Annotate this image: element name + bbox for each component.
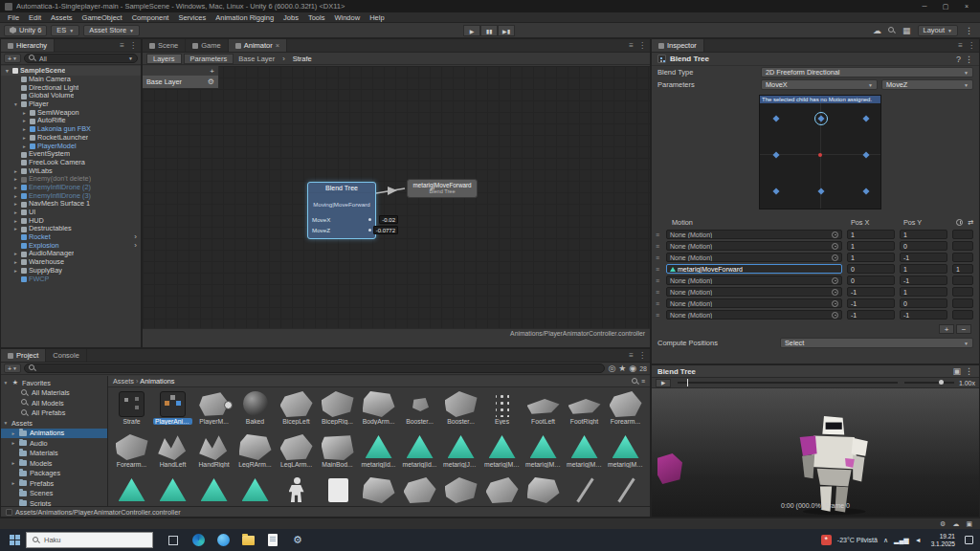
dock-icon[interactable]: ▣ — [952, 366, 961, 376]
add-layer-button[interactable]: + — [210, 67, 214, 76]
asset-item[interactable]: metarig|Mo... — [481, 432, 523, 475]
play-button[interactable]: ▶ — [463, 25, 480, 36]
expand-arrow[interactable]: ▸ — [12, 217, 19, 226]
asset-item[interactable]: Baked — [234, 389, 276, 432]
project-search-input[interactable] — [24, 364, 605, 373]
more-icon[interactable]: ⋮ — [968, 41, 975, 50]
motion-object-field[interactable]: None (Motion) — [666, 241, 842, 251]
layers-icon[interactable]: ▦ — [902, 26, 911, 35]
expand-arrow[interactable]: ▸ — [11, 480, 16, 486]
project-tree-item[interactable]: ▾Assets — [1, 418, 107, 429]
project-tree-item[interactable]: ▾★Favorites — [1, 378, 107, 388]
menu-lines-icon[interactable]: ≡ — [629, 41, 634, 50]
hierarchy-item[interactable]: ▸Enemy(don't delete) — [1, 175, 141, 184]
asset-item[interactable]: Strafe — [111, 389, 152, 432]
parameters-toggle[interactable]: Parameters — [184, 54, 234, 64]
asset-item[interactable]: Booster... — [440, 389, 481, 432]
hierarchy-item[interactable]: ▸AudioManager — [1, 250, 141, 258]
tab-animator[interactable]: Animator× — [229, 39, 287, 52]
expand-arrow[interactable]: ▸ — [12, 184, 19, 192]
hierarchy-item[interactable]: ▸HUD — [1, 217, 141, 226]
menu-tools[interactable]: Tools — [303, 13, 330, 22]
param-y-dropdown[interactable]: MoveZ ▼ — [881, 79, 973, 90]
project-tree-item[interactable]: All Models — [1, 398, 107, 408]
gear-icon[interactable]: ⚙ — [208, 77, 214, 86]
tab-console[interactable]: Console — [46, 349, 87, 362]
blend-sample-point[interactable] — [818, 153, 822, 157]
asset-item[interactable]: metarig|Id... — [358, 432, 399, 475]
expand-arrow[interactable]: ▸ — [11, 460, 16, 466]
expand-arrow[interactable]: ▸ — [12, 175, 19, 184]
asset-item[interactable]: FootRight — [564, 389, 605, 432]
asset-item[interactable]: metarig|Mo... — [605, 432, 646, 475]
search-by-type-icon[interactable]: ◎ — [608, 364, 615, 373]
asset-item[interactable]: metarig|Mo... — [564, 432, 605, 475]
expand-arrow[interactable]: ▸ — [12, 258, 19, 267]
pos-x-field[interactable]: -1 — [847, 287, 895, 297]
account-button[interactable]: ES ▼ — [51, 25, 79, 36]
maximize-button[interactable]: ▢ — [937, 1, 954, 11]
param-x-dropdown[interactable]: MoveX ▼ — [761, 79, 878, 90]
preview-viewport[interactable]: 0:00 (000.0%) Frame 0 — [652, 388, 979, 517]
edge-app-button[interactable] — [190, 533, 206, 548]
hierarchy-item[interactable]: ▸Warehouse — [1, 258, 141, 267]
more-icon[interactable]: ⋮ — [965, 55, 973, 64]
hierarchy-item[interactable]: ▸PlayerModel — [1, 143, 141, 151]
menu-animation-rigging[interactable]: Animation Rigging — [211, 13, 278, 22]
cloud-icon[interactable]: ☁ — [873, 26, 881, 35]
pos-x-field[interactable]: 0 — [847, 264, 895, 274]
lock-icon[interactable]: ≡ — [641, 378, 645, 385]
pos-x-field[interactable]: 0 — [847, 276, 895, 285]
motion-object-field[interactable]: None (Motion) — [666, 287, 842, 297]
pos-y-field[interactable]: 0 — [900, 241, 947, 251]
asset-item[interactable]: LegLArm... — [276, 432, 317, 475]
pos-y-field[interactable]: 1 — [900, 230, 947, 239]
hierarchy-item[interactable]: ▾Player — [1, 100, 141, 109]
blend-point[interactable] — [862, 151, 869, 158]
breadcrumb-base-layer[interactable]: Base Layer — [235, 55, 278, 63]
motion-row[interactable]: ≡None (Motion)0-1 — [652, 275, 979, 286]
blend-point[interactable] — [862, 115, 869, 121]
project-tree-item[interactable]: ▸Prefabs — [1, 478, 107, 489]
project-tree-item[interactable]: ▸Audio — [1, 438, 107, 449]
pos-y-field[interactable]: -1 — [900, 310, 947, 320]
expand-arrow[interactable]: ▸ — [11, 430, 16, 436]
more-icon[interactable]: ⋮ — [638, 351, 646, 360]
expand-arrow[interactable]: ▾ — [4, 67, 11, 76]
object-picker-icon[interactable] — [832, 243, 838, 250]
tab-hierarchy[interactable]: Hierarchy — [1, 39, 55, 52]
lock-icon[interactable]: ≡ — [958, 41, 963, 50]
asset-item[interactable]: Forearm... — [605, 389, 646, 432]
asset-item[interactable]: Eyes — [481, 389, 523, 432]
menu-assets[interactable]: Assets — [46, 13, 78, 22]
motion-row[interactable]: ≡None (Motion)1-1 — [652, 252, 979, 263]
help-icon[interactable]: ? — [956, 55, 961, 64]
speed-field[interactable] — [952, 253, 973, 262]
skype-app-button[interactable] — [215, 533, 231, 548]
drag-handle-icon[interactable]: ≡ — [654, 300, 661, 307]
expand-arrow[interactable]: ▸ — [11, 440, 16, 446]
hierarchy-item[interactable]: ▸NavMesh Surface 1 — [1, 200, 141, 209]
step-button[interactable]: ▶▮ — [498, 25, 515, 36]
drag-handle-icon[interactable]: ≡ — [654, 289, 661, 296]
menu-file[interactable]: File — [3, 13, 24, 22]
menu-jobs[interactable]: Jobs — [278, 13, 303, 22]
project-tree-item[interactable]: All Materials — [1, 388, 107, 399]
asset-item[interactable] — [193, 475, 234, 506]
expand-arrow[interactable]: ▾ — [3, 380, 9, 386]
expand-arrow[interactable]: ▸ — [21, 134, 28, 143]
expand-arrow[interactable]: ▸ — [21, 109, 28, 118]
action-center-button[interactable] — [965, 536, 973, 544]
remove-motion-button[interactable]: − — [956, 324, 971, 334]
blend-point[interactable] — [772, 187, 779, 194]
hierarchy-item[interactable]: ▸EnemyInfilDrone (2) — [1, 184, 141, 192]
object-picker-icon[interactable] — [832, 231, 838, 238]
more-icon[interactable]: ⋮ — [965, 26, 973, 35]
search-icon[interactable] — [632, 378, 639, 386]
blend-point[interactable] — [772, 151, 779, 158]
speed-field[interactable] — [952, 276, 973, 285]
blend-tree-node[interactable]: Blend Tree Moving|MoveForward MoveX -0.0… — [307, 182, 376, 239]
asset-item[interactable] — [234, 475, 276, 506]
expand-arrow[interactable]: ▾ — [12, 100, 19, 109]
expand-arrow[interactable]: ▸ — [12, 267, 19, 276]
